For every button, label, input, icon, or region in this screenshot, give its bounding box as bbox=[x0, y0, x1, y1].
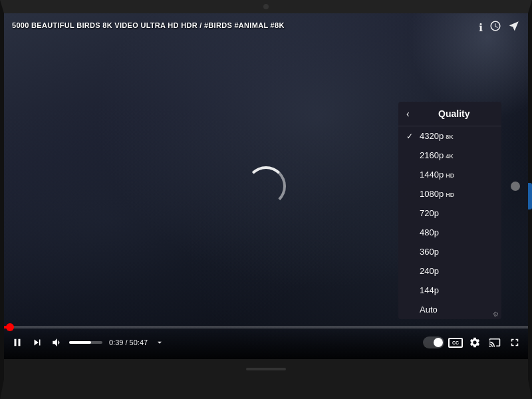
controls-bar: 0:39 / 50:47 CC bbox=[4, 326, 528, 359]
quality-label-4320p: 4320p 8K bbox=[420, 131, 454, 141]
windows-side-button[interactable] bbox=[528, 183, 532, 209]
quality-badge-1080p: HD bbox=[446, 192, 454, 198]
volume-button[interactable] bbox=[49, 334, 65, 350]
quality-panel-title: Quality bbox=[415, 108, 493, 119]
volume-fill bbox=[69, 341, 91, 344]
quality-option-480p[interactable]: 480p bbox=[398, 223, 501, 242]
quality-res-1080p: 1080p bbox=[420, 189, 444, 199]
volume-slider[interactable] bbox=[69, 341, 102, 344]
bottom-bar-decoration bbox=[246, 368, 286, 370]
quality-label-1440p: 1440p HD bbox=[420, 170, 454, 180]
quality-option-144p[interactable]: 144p bbox=[398, 281, 501, 300]
camera-dot bbox=[263, 4, 269, 9]
screen-bezel: 5000 BEAUTIFUL BIRDS 8K VIDEO ULTRA HD H… bbox=[0, 0, 532, 399]
quality-panel: ‹ Quality ✓ 4320p 8K 2160p 4K bbox=[398, 102, 501, 319]
time-separator: / bbox=[125, 338, 127, 346]
quality-res-720p: 720p bbox=[420, 208, 439, 218]
volume-track[interactable] bbox=[69, 341, 102, 344]
quality-back-button[interactable]: ‹ bbox=[406, 108, 410, 119]
quality-label-2160p: 2160p 4K bbox=[420, 150, 454, 160]
quality-res-480p: 480p bbox=[420, 227, 439, 237]
quality-label-720p: 720p bbox=[420, 208, 439, 218]
right-controls: CC bbox=[423, 334, 523, 350]
quality-option-720p[interactable]: 720p bbox=[398, 203, 501, 223]
loading-spinner bbox=[246, 166, 286, 206]
quality-panel-header: ‹ Quality bbox=[398, 102, 501, 126]
quality-badge-4320p: 8K bbox=[446, 134, 454, 140]
quality-badge-1440p: HD bbox=[446, 172, 454, 179]
skip-next-button[interactable] bbox=[29, 334, 45, 350]
bottom-bezel bbox=[4, 359, 528, 379]
info-icon[interactable]: ℹ bbox=[479, 21, 483, 34]
checkmark-4320p: ✓ bbox=[406, 132, 417, 141]
quality-label-144p: 144p bbox=[420, 285, 439, 295]
quality-res-360p: 360p bbox=[420, 247, 439, 257]
current-time: 0:39 bbox=[109, 338, 123, 346]
settings-side-dot bbox=[511, 182, 520, 191]
settings-button[interactable] bbox=[467, 334, 483, 350]
quality-res-1440p: 1440p bbox=[420, 170, 444, 180]
quality-option-4320p[interactable]: ✓ 4320p 8K bbox=[398, 126, 501, 146]
quality-label-480p: 480p bbox=[420, 227, 439, 237]
cc-wrapper: CC bbox=[448, 338, 463, 348]
total-time: 50:47 bbox=[130, 338, 148, 346]
progress-dot bbox=[6, 323, 14, 331]
top-right-icons: ℹ bbox=[479, 20, 520, 35]
cast-button[interactable] bbox=[487, 334, 503, 350]
history-icon[interactable] bbox=[489, 20, 501, 35]
quality-res-auto: Auto bbox=[420, 305, 438, 315]
quality-option-auto[interactable]: Auto bbox=[398, 300, 501, 319]
quality-option-1080p[interactable]: 1080p HD bbox=[398, 184, 501, 203]
video-title: 5000 BEAUTIFUL BIRDS 8K VIDEO ULTRA HD H… bbox=[12, 21, 285, 29]
quality-option-360p[interactable]: 360p bbox=[398, 242, 501, 261]
panel-corner-icon: ⚙ bbox=[493, 311, 499, 318]
progress-bar[interactable] bbox=[4, 326, 528, 329]
fullscreen-button[interactable] bbox=[507, 334, 523, 350]
quality-res-4320p: 4320p bbox=[420, 131, 444, 141]
quality-res-2160p: 2160p bbox=[420, 150, 444, 160]
quality-res-240p: 240p bbox=[420, 266, 439, 276]
share-icon[interactable] bbox=[508, 20, 520, 35]
play-pause-button[interactable] bbox=[9, 334, 25, 350]
quality-label-1080p: 1080p HD bbox=[420, 189, 454, 199]
quality-label-auto: Auto bbox=[420, 305, 438, 315]
quality-option-2160p[interactable]: 2160p 4K bbox=[398, 146, 501, 165]
quality-res-144p: 144p bbox=[420, 285, 439, 295]
progress-filled bbox=[4, 326, 11, 329]
video-player: 5000 BEAUTIFUL BIRDS 8K VIDEO ULTRA HD H… bbox=[4, 13, 528, 359]
quality-option-240p[interactable]: 240p bbox=[398, 261, 501, 281]
quality-option-1440p[interactable]: 1440p HD bbox=[398, 165, 501, 184]
quality-label-360p: 360p bbox=[420, 247, 439, 257]
quality-label-240p: 240p bbox=[420, 266, 439, 276]
skip-chapters-button[interactable] bbox=[152, 334, 168, 350]
time-display: 0:39 / 50:47 bbox=[109, 338, 148, 346]
cc-button[interactable]: CC bbox=[448, 338, 463, 348]
autoplay-toggle[interactable] bbox=[423, 336, 444, 348]
quality-badge-2160p: 4K bbox=[446, 153, 454, 160]
